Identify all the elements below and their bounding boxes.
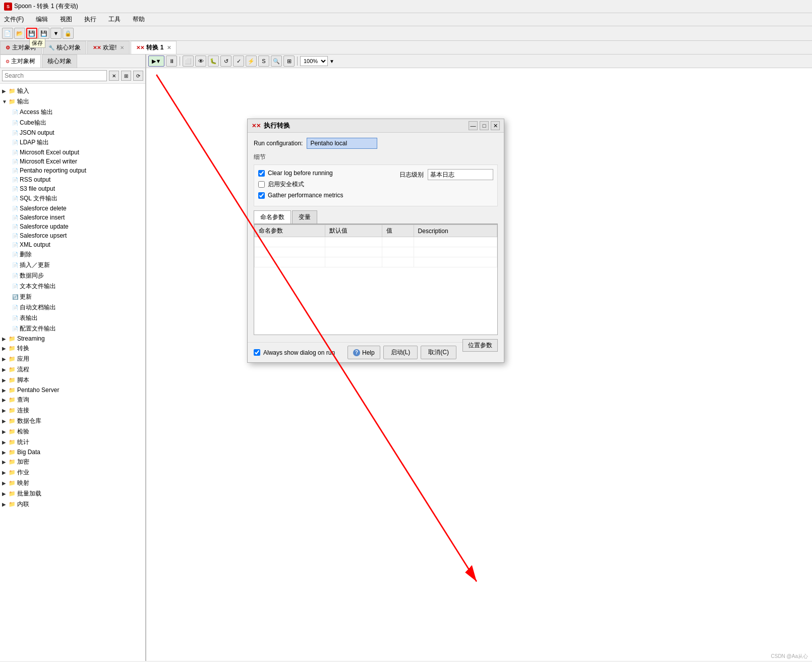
list-item[interactable]: 📄 插入／更新: [0, 260, 145, 270]
always-show-checkbox[interactable]: [254, 349, 260, 356]
list-item[interactable]: 📄 配置文件输出: [0, 323, 145, 334]
dialog-action-btns: ? Help 启动(L) 取消(C): [347, 346, 456, 359]
gather-metrics-checkbox[interactable]: [258, 192, 265, 199]
impact-button[interactable]: ⚡: [246, 56, 257, 67]
help-button[interactable]: ? Help: [347, 346, 380, 359]
tree-folder-encrypt[interactable]: ▶ 📁 加密: [0, 457, 145, 467]
left-tab-main-tree[interactable]: ⚙ 主对象树: [0, 54, 41, 68]
list-item[interactable]: 📄 XML output: [0, 240, 145, 249]
list-item[interactable]: 📄 自动文档输出: [0, 302, 145, 313]
zoom-select[interactable]: 50% 75% 100% 150% 200%: [300, 56, 328, 66]
tab-core-objects[interactable]: 🔧 核心对象: [43, 41, 86, 54]
save-as-button[interactable]: 💾: [38, 28, 49, 39]
explore-button[interactable]: 🔍: [271, 56, 282, 67]
tree-folder-dw[interactable]: ▶ 📁 数据仓库: [0, 416, 145, 426]
cancel-button[interactable]: 取消(C): [421, 346, 456, 359]
menu-view[interactable]: 视图: [58, 14, 74, 25]
grid-button[interactable]: ⊞: [283, 56, 295, 67]
dialog-maximize-btn[interactable]: □: [480, 121, 489, 130]
list-item[interactable]: 📄 Microsoft Excel output: [0, 148, 145, 157]
list-item[interactable]: 📄 RSS output: [0, 175, 145, 184]
search-close-btn[interactable]: ✕: [109, 71, 119, 81]
list-item[interactable]: 📄 Salesforce update: [0, 222, 145, 231]
tree-folder-inline[interactable]: ▶ 📁 内联: [0, 499, 145, 510]
list-item[interactable]: 📄 文本文件输出: [0, 281, 145, 292]
tree-folder-flow[interactable]: ▶ 📁 流程: [0, 364, 145, 375]
tab-welcome[interactable]: ✕✕ 欢迎! ✕: [87, 41, 130, 54]
left-core-objects-label: 核心对象: [47, 57, 72, 66]
list-item[interactable]: 📄 Salesforce delete: [0, 204, 145, 213]
replay-button[interactable]: ↺: [220, 56, 231, 67]
tree-folder-script[interactable]: ▶ 📁 脚本: [0, 375, 145, 385]
canvas-area[interactable]: ✕✕ 执行转换 — □ ✕ Run configuration:: [146, 68, 812, 660]
tree-folder-stats[interactable]: ▶ 📁 统计: [0, 437, 145, 448]
open-button[interactable]: 📂: [14, 28, 25, 39]
menu-tools[interactable]: 工具: [106, 14, 123, 25]
safe-mode-checkbox[interactable]: [258, 181, 265, 188]
list-item[interactable]: 📄 JSON output: [0, 128, 145, 137]
place-params-button[interactable]: 位置参数: [462, 339, 498, 352]
menu-edit[interactable]: 编辑: [34, 14, 50, 25]
tree-folder-app[interactable]: ▶ 📁 应用: [0, 354, 145, 364]
menu-run[interactable]: 执行: [82, 14, 98, 25]
list-item[interactable]: 📄 Microsoft Excel writer: [0, 157, 145, 166]
tree-folder-connect[interactable]: ▶ 📁 连接: [0, 405, 145, 416]
menu-help[interactable]: 帮助: [131, 14, 147, 25]
list-item[interactable]: 📄 Cube输出: [0, 118, 145, 128]
tree-folder-bulk-load[interactable]: ▶ 📁 批量加载: [0, 488, 145, 499]
list-item[interactable]: 🔃 更新: [0, 292, 145, 302]
tree-folder-query[interactable]: ▶ 📁 查询: [0, 395, 145, 405]
welcome-close-icon[interactable]: ✕: [120, 45, 124, 50]
dialog-titlebar[interactable]: ✕✕ 执行转换 — □ ✕: [248, 119, 504, 133]
tree-folder-pentaho-server[interactable]: ▶ 📁 Pentaho Server: [0, 385, 145, 395]
dialog-tab-vars[interactable]: 变量: [292, 210, 317, 224]
start-button[interactable]: 启动(L): [383, 346, 418, 359]
dialog-close-btn[interactable]: ✕: [491, 121, 500, 130]
lock-button[interactable]: 🔒: [63, 28, 74, 39]
list-item[interactable]: 📄 S3 file output: [0, 184, 145, 193]
debug-button[interactable]: 🐛: [208, 56, 219, 67]
tree-folder-streaming[interactable]: ▶ 📁 Streaming: [0, 334, 145, 343]
list-item[interactable]: 📄 SQL 文件输出: [0, 193, 145, 204]
tree-item-label: Salesforce upsert: [20, 232, 67, 239]
list-item[interactable]: 📄 Salesforce insert: [0, 213, 145, 222]
tree-folder-transform2[interactable]: ▶ 📁 转换: [0, 343, 145, 354]
new-button[interactable]: 📄: [2, 28, 13, 39]
tree-folder-validate[interactable]: ▶ 📁 检验: [0, 426, 145, 437]
run-button[interactable]: ▶▼: [148, 56, 164, 67]
stop-button[interactable]: ⬜: [183, 56, 194, 67]
log-level-input[interactable]: [428, 169, 493, 180]
sql-button[interactable]: S: [258, 56, 269, 67]
tree-folder-job[interactable]: ▶ 📁 作业: [0, 467, 145, 478]
list-item[interactable]: 📄 删除: [0, 249, 145, 260]
list-item[interactable]: 📄 数据同步: [0, 270, 145, 281]
save-button[interactable]: 💾: [26, 28, 37, 39]
transform-close-icon[interactable]: ✕: [167, 45, 171, 50]
dialog-tab-params[interactable]: 命名参数: [254, 210, 291, 224]
list-item[interactable]: 📄 LDAP 输出: [0, 137, 145, 148]
list-item[interactable]: 📄 Salesforce upsert: [0, 231, 145, 240]
list-item[interactable]: 📄 Access 输出: [0, 107, 145, 118]
dialog-minimize-btn[interactable]: —: [469, 121, 478, 130]
list-item[interactable]: 📄 表输出: [0, 313, 145, 323]
clear-log-checkbox[interactable]: [258, 170, 265, 177]
search-input[interactable]: [2, 70, 107, 81]
pause-button[interactable]: ⏸: [166, 56, 177, 67]
dropdown-button[interactable]: ▼: [50, 28, 62, 39]
tree-folder-input[interactable]: ▶ 📁 输入: [0, 86, 145, 96]
tree-folder-mapping[interactable]: ▶ 📁 映射: [0, 478, 145, 488]
menu-file[interactable]: 文件(F): [2, 14, 26, 25]
log-level-row: Clear log before running 日志级别: [258, 169, 493, 180]
tree-folder-output[interactable]: ▼ 📁 输出: [0, 96, 145, 107]
dialog-title-text: 执行转换: [264, 121, 290, 130]
search-refresh-btn[interactable]: ⟳: [133, 71, 143, 81]
tree-item-label: RSS output: [20, 176, 50, 183]
check-button[interactable]: ✓: [233, 56, 244, 67]
tree-folder-bigdata[interactable]: ▶ 📁 Big Data: [0, 448, 145, 457]
list-item[interactable]: 📄 Pentaho reporting output: [0, 166, 145, 175]
left-tab-core-objects[interactable]: 核心对象: [42, 54, 77, 68]
run-config-input[interactable]: [307, 138, 377, 149]
tab-transform[interactable]: ✕✕ 转换 1 ✕: [131, 41, 177, 54]
search-options-btn[interactable]: ⊞: [121, 71, 131, 81]
preview-button[interactable]: 👁: [195, 56, 206, 67]
